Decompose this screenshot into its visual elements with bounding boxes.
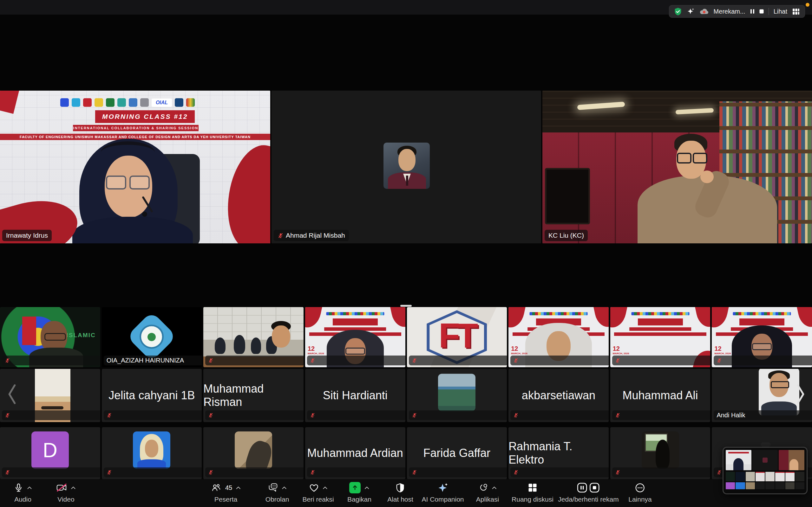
video-tile-oia[interactable]: OIA_AZIZAH HAIRUNNIZA <box>102 307 202 367</box>
participant-name: KC Liu (KC) <box>548 232 584 239</box>
video-tile-dina[interactable]: D Dina Ardiana <box>0 427 100 479</box>
security-shield-icon <box>674 7 682 16</box>
video-tile-risdayanti[interactable]: RISDAYANTI <box>102 427 202 479</box>
muted-mic-icon <box>716 358 722 363</box>
share-screen-button[interactable]: Bagikan <box>347 482 371 503</box>
video-tile-ardian[interactable]: Muhammad Ardian Muhammad Ardian <box>305 427 405 479</box>
chevron-up-icon[interactable] <box>71 487 76 489</box>
video-tile-muhammadali[interactable]: Muhammad Ali Muhammad Ali <box>610 369 711 422</box>
video-tile-akbar[interactable]: akbarsetiawan akbarsetiawan <box>508 369 609 422</box>
breakout-rooms-icon <box>528 483 537 493</box>
video-tile-univmakassar[interactable]: 12MARCH, 2026 Univ Muhammadiyah Makassar… <box>305 307 405 367</box>
video-button[interactable]: Video <box>56 482 76 503</box>
video-tile-humas[interactable]: ISLAMIC HUMAS-Dede Leman <box>0 307 100 367</box>
participant-name-label: khadijah arc 5B <box>612 467 711 477</box>
toolbar-label: Alat host <box>387 496 413 503</box>
video-tile-suratul[interactable]: 12MARCH, 2026 Suratul Annisa <box>508 307 609 367</box>
apps-button[interactable]: Aplikasi <box>476 482 499 503</box>
video-tile-khadijah-arc[interactable]: khadijah arc 5B <box>610 427 711 479</box>
participant-name-label: KC Liu (KC) <box>545 230 588 241</box>
screen-recording-indicator-icon[interactable] <box>806 3 809 7</box>
preview-thumb <box>785 472 795 481</box>
banner-line <box>629 327 692 331</box>
university-crest-art <box>148 333 156 341</box>
glasses-art <box>677 153 692 164</box>
meeting-mini-preview[interactable] <box>722 447 808 494</box>
reactions-button[interactable]: Beri reaksi <box>302 482 334 503</box>
banner-title-mini <box>333 319 378 326</box>
thumbnail-strip-row1: ISLAMIC HUMAS-Dede Leman OIA_AZIZAH HAIR… <box>0 307 812 367</box>
banner-logos <box>326 312 384 315</box>
profile-avatar <box>133 432 170 469</box>
ai-companion-button[interactable]: AI Companion <box>421 482 464 503</box>
view-layout-icon[interactable] <box>792 8 800 15</box>
preview-tile <box>726 450 751 470</box>
chevron-up-icon[interactable] <box>282 487 287 489</box>
video-tile-khadijah-st[interactable]: 12MARCH, 2026 ST. KHADIJAH, ST.,M.KOM.,I… <box>610 307 711 367</box>
chevron-up-icon[interactable] <box>492 487 497 489</box>
participant-name-label: Siti Hardianti <box>307 410 405 420</box>
banner-corner <box>390 307 405 329</box>
ai-companion-icon <box>438 482 448 493</box>
breakout-rooms-button[interactable]: Ruang diskusi <box>512 482 554 503</box>
participants-count: 45 <box>225 484 232 492</box>
toolbar-label: Bagikan <box>347 496 371 503</box>
participant-name: Ahmad Rijal Misbah <box>286 232 345 239</box>
participant-name-label: akbarsetiawan <box>510 410 609 420</box>
participants-button[interactable]: 45 Peserta <box>211 482 241 503</box>
chevron-up-icon[interactable] <box>236 487 241 489</box>
video-tile-ahmad[interactable]: Ahmad Rijal Misbah <box>271 91 541 243</box>
ai-sparkle-icon[interactable] <box>687 8 695 15</box>
preview-tile <box>779 450 804 470</box>
logo-art <box>22 317 36 345</box>
microphone-icon <box>14 483 23 493</box>
participant-name-label: Ahmad Rijal Misbah <box>274 230 349 241</box>
pause-stop-recording-button[interactable]: Jeda/berhenti rekam <box>558 482 618 503</box>
video-tile-syaira[interactable]: st syaira nursafana audia putri <box>203 427 304 479</box>
more-button[interactable]: Lainnya <box>628 482 652 503</box>
chevron-up-icon[interactable] <box>322 487 327 489</box>
host-tools-button[interactable]: Alat host <box>387 482 413 503</box>
cloud-recording-icon <box>699 8 709 15</box>
banner-corner <box>610 307 628 330</box>
profile-avatar <box>642 432 679 469</box>
oial-logo: OIAL <box>152 99 172 107</box>
gallery-prev-button[interactable] <box>3 379 21 409</box>
participant-name-label: Muhammad Risman <box>205 410 304 420</box>
view-button[interactable]: Lihat <box>774 8 787 15</box>
gallery-next-button[interactable] <box>792 379 809 409</box>
video-tile-farida[interactable]: Farida Gaffar Farida Gaffar <box>407 427 507 479</box>
stop-recording-icon[interactable] <box>589 483 600 493</box>
preview-thumb <box>726 482 735 489</box>
strip-drag-handle[interactable] <box>400 305 412 307</box>
banner-corner <box>712 307 729 330</box>
glasses-art <box>44 333 66 341</box>
banner-logos-row: OIAL <box>60 98 195 107</box>
video-tile-kcliu[interactable]: KC Liu (KC) <box>542 91 812 243</box>
video-tile-siti[interactable]: Siti Hardianti Siti Hardianti <box>305 369 405 422</box>
participant-name-label: Muhammad Ardian <box>307 467 405 477</box>
video-tile-irnawaty[interactable]: OIAL MORNING CLASS #12 INTERNATIONAL COL… <box>0 91 270 243</box>
video-tile-syafaat[interactable]: FT Syafaat UNISMUH <box>407 307 507 367</box>
muted-mic-icon <box>513 469 519 475</box>
chevron-up-icon[interactable] <box>364 487 369 489</box>
chat-button[interactable]: Obrolan <box>265 482 289 503</box>
participant-name: OIA_AZIZAH HAIRUNNIZA <box>107 357 202 364</box>
participant-name-label: HUMAS-Dede Leman <box>2 355 100 365</box>
participant-name-label: Neo Lin <box>205 355 304 365</box>
video-tile-jelita[interactable]: Jelita cahyani 1B Jelita cahyani 1B <box>102 369 202 422</box>
pause-recording-icon[interactable] <box>577 483 587 493</box>
video-tile-fatimah[interactable]: 12MARCH, 2026 Fatimah F W Ilpin-Archi st… <box>712 307 812 367</box>
video-tile-nini[interactable]: Nini Apriani Rumata <box>407 369 507 422</box>
muted-mic-icon <box>412 412 417 418</box>
preview-drag-tab[interactable] <box>761 442 771 447</box>
muted-mic-icon <box>107 469 112 475</box>
video-tile-risman[interactable]: Muhammad Risman Muhammad Risman <box>203 369 304 422</box>
audio-button[interactable]: Audio <box>14 482 32 503</box>
pause-recording-icon[interactable] <box>750 9 755 14</box>
video-tile-rahmania[interactable]: Rahmania T. Elektro Rahmania T. Elektro <box>508 427 609 479</box>
stop-recording-icon[interactable] <box>759 9 764 14</box>
chevron-up-icon[interactable] <box>27 487 32 489</box>
video-tile-neolin[interactable]: Neo Lin <box>203 307 304 367</box>
preview-thumb <box>795 482 804 489</box>
